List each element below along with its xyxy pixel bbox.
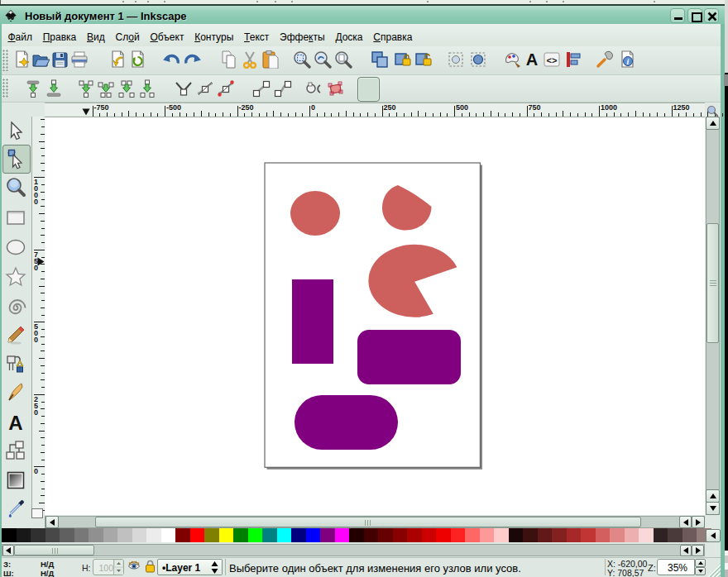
- svg-text:A: A: [8, 412, 22, 433]
- svg-text:i: i: [627, 57, 630, 66]
- svg-text:A: A: [526, 50, 538, 69]
- svg-text:<>: <>: [547, 55, 558, 65]
